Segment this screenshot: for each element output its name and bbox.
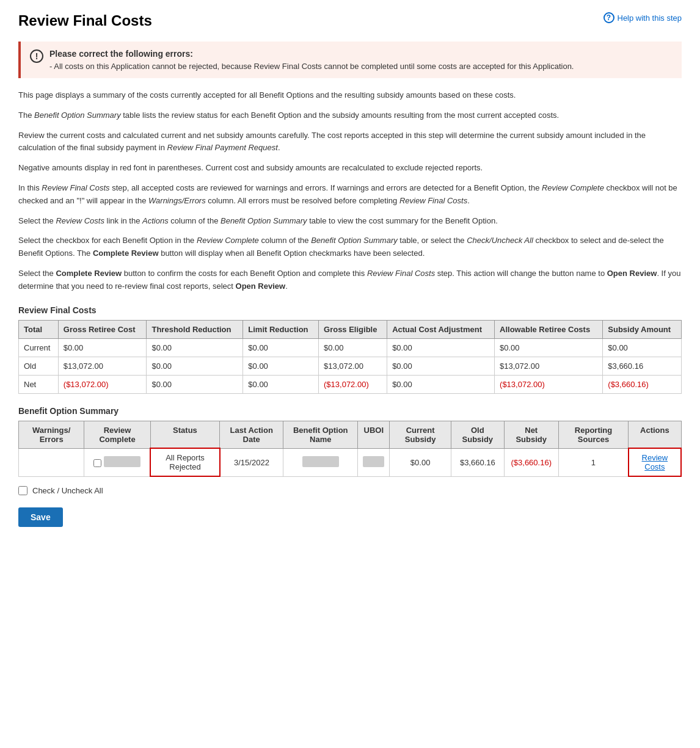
row-gross-retiree-net: ($13,072.00) <box>58 375 147 393</box>
row-subsidy-net: ($3,660.16) <box>603 375 682 393</box>
check-uncheck-all-container: Check / Uncheck All <box>18 486 682 495</box>
row-limit-current: $0.00 <box>243 338 319 357</box>
col-header-total: Total <box>19 320 59 338</box>
review-final-costs-section-title: Review Final Costs <box>18 305 682 315</box>
row-subsidy-old: $3,660.16 <box>603 357 682 375</box>
description-8: Select the Complete Review button to con… <box>18 267 682 293</box>
bo-col-old-subsidy: Old Subsidy <box>451 421 505 448</box>
bo-option-icon <box>104 456 140 467</box>
row-allowable-old: $13,072.00 <box>495 357 603 375</box>
bo-col-status: Status <box>150 421 219 448</box>
row-allowable-current: $0.00 <box>495 338 603 357</box>
bo-col-current-subsidy: Current Subsidy <box>390 421 451 448</box>
row-actual-cost-current: $0.00 <box>387 338 495 357</box>
row-threshold-old: $0.00 <box>147 357 243 375</box>
table-row: Old $13,072.00 $0.00 $0.00 $13,072.00 $0… <box>19 357 682 375</box>
error-title: Please correct the following errors: <box>49 49 574 59</box>
bo-row-reporting-sources: 1 <box>558 448 628 476</box>
bo-row-current-subsidy: $0.00 <box>390 448 451 476</box>
benefit-option-row: All Reports Rejected 3/15/2022 $0.00 $3,… <box>19 448 682 476</box>
bo-row-status: All Reports Rejected <box>150 448 219 476</box>
bo-col-actions: Actions <box>629 421 681 448</box>
table-row: Net ($13,072.00) $0.00 $0.00 ($13,072.00… <box>19 375 682 393</box>
description-4: Negative amounts display in red font in … <box>18 162 682 175</box>
check-uncheck-all-checkbox[interactable] <box>18 486 27 495</box>
col-header-gross-eligible: Gross Eligible <box>319 320 387 338</box>
bo-uboi-placeholder <box>363 456 384 467</box>
description-1: This page displays a summary of the cost… <box>18 89 682 102</box>
error-icon: ! <box>30 49 43 63</box>
bo-col-last-action: Last Action Date <box>220 421 283 448</box>
description-7: Select the checkbox for each Benefit Opt… <box>18 234 682 260</box>
bo-col-reporting-sources: Reporting Sources <box>558 421 628 448</box>
col-header-allowable-retiree-costs: Allowable Retiree Costs <box>495 320 603 338</box>
row-gross-eligible-net: ($13,072.00) <box>319 375 387 393</box>
col-header-subsidy-amount: Subsidy Amount <box>603 320 682 338</box>
description-2: The Benefit Option Summary table lists t… <box>18 109 682 122</box>
save-button[interactable]: Save <box>18 507 63 527</box>
col-header-actual-cost-adjustment: Actual Cost Adjustment <box>387 320 495 338</box>
benefit-option-summary-table: Warnings/ Errors Review Complete Status … <box>18 421 682 477</box>
help-link[interactable]: ? Help with this step <box>603 12 682 23</box>
error-content: Please correct the following errors: - A… <box>49 49 574 71</box>
row-limit-old: $0.00 <box>243 357 319 375</box>
row-gross-retiree-current: $0.00 <box>58 338 147 357</box>
col-header-threshold-reduction: Threshold Reduction <box>147 320 243 338</box>
bo-row-actions[interactable]: Review Costs <box>629 448 681 476</box>
row-actual-cost-net: $0.00 <box>387 375 495 393</box>
bo-col-benefit-option: Benefit Option Name <box>283 421 358 448</box>
bo-col-review-complete: Review Complete <box>84 421 150 448</box>
page-title: Review Final Costs <box>18 12 152 29</box>
row-gross-eligible-old: $13,072.00 <box>319 357 387 375</box>
review-complete-checkbox[interactable] <box>93 459 101 467</box>
description-3: Review the current costs and calculated … <box>18 129 682 155</box>
error-message: - All costs on this Application cannot b… <box>49 62 574 71</box>
description-5: In this Review Final Costs step, all acc… <box>18 182 682 208</box>
row-total-net: Net <box>19 375 59 393</box>
bo-row-benefit-option-name <box>283 448 358 476</box>
bo-row-review-complete[interactable] <box>84 448 150 476</box>
help-icon: ? <box>603 12 614 23</box>
row-gross-retiree-old: $13,072.00 <box>58 357 147 375</box>
bo-row-net-subsidy: ($3,660.16) <box>504 448 558 476</box>
bo-col-uboi: UBOI <box>358 421 390 448</box>
row-threshold-net: $0.00 <box>147 375 243 393</box>
bo-row-warnings <box>19 448 84 476</box>
row-allowable-net: ($13,072.00) <box>495 375 603 393</box>
row-subsidy-current: $0.00 <box>603 338 682 357</box>
row-total-current: Current <box>19 338 59 357</box>
row-threshold-current: $0.00 <box>147 338 243 357</box>
bo-row-old-subsidy: $3,660.16 <box>451 448 505 476</box>
error-box: ! Please correct the following errors: -… <box>18 42 682 78</box>
row-actual-cost-old: $0.00 <box>387 357 495 375</box>
review-costs-link[interactable]: Review Costs <box>642 453 668 471</box>
bo-row-uboi <box>358 448 390 476</box>
bo-col-warnings: Warnings/ Errors <box>19 421 84 448</box>
table-row: Current $0.00 $0.00 $0.00 $0.00 $0.00 $0… <box>19 338 682 357</box>
check-uncheck-all-label: Check / Uncheck All <box>32 486 103 495</box>
bo-col-net-subsidy: Net Subsidy <box>504 421 558 448</box>
description-6: Select the Review Costs link in the Acti… <box>18 215 682 228</box>
bo-name-placeholder <box>302 456 339 467</box>
row-gross-eligible-current: $0.00 <box>319 338 387 357</box>
review-final-costs-table: Total Gross Retiree Cost Threshold Reduc… <box>18 320 682 394</box>
col-header-gross-retiree-cost: Gross Retiree Cost <box>58 320 147 338</box>
bo-row-last-action: 3/15/2022 <box>220 448 283 476</box>
row-total-old: Old <box>19 357 59 375</box>
benefit-option-summary-title: Benefit Option Summary <box>18 406 682 416</box>
row-limit-net: $0.00 <box>243 375 319 393</box>
help-link-label: Help with this step <box>618 13 682 23</box>
col-header-limit-reduction: Limit Reduction <box>243 320 319 338</box>
